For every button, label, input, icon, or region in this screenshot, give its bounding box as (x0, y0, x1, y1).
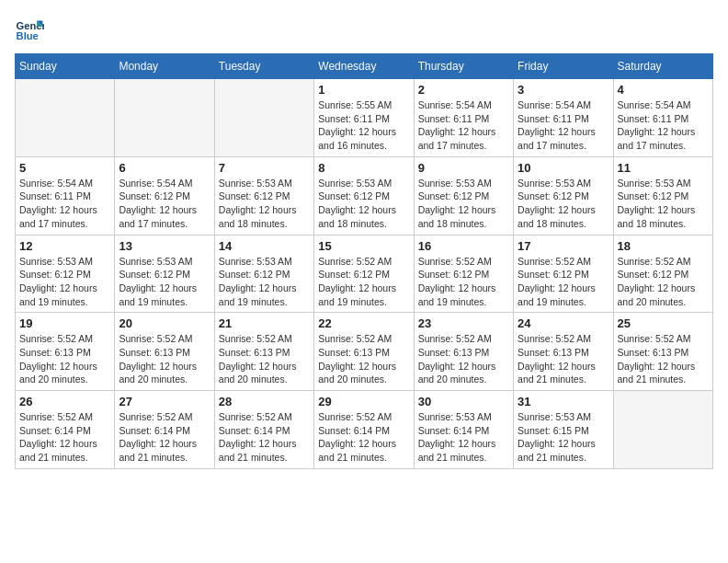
day-info: Sunrise: 5:52 AM Sunset: 6:12 PM Dayligh… (618, 255, 709, 309)
calendar-cell: 21Sunrise: 5:52 AM Sunset: 6:13 PM Dayli… (214, 313, 313, 391)
day-number: 13 (119, 239, 210, 253)
calendar-cell: 23Sunrise: 5:52 AM Sunset: 6:13 PM Dayli… (414, 313, 513, 391)
day-info: Sunrise: 5:52 AM Sunset: 6:13 PM Dayligh… (119, 332, 210, 386)
calendar-week-3: 12Sunrise: 5:53 AM Sunset: 6:12 PM Dayli… (16, 235, 713, 313)
calendar-cell: 29Sunrise: 5:52 AM Sunset: 6:14 PM Dayli… (314, 391, 414, 469)
day-info: Sunrise: 5:53 AM Sunset: 6:14 PM Dayligh… (418, 410, 509, 465)
day-info: Sunrise: 5:55 AM Sunset: 6:11 PM Dayligh… (318, 98, 409, 153)
calendar-cell: 6Sunrise: 5:54 AM Sunset: 6:12 PM Daylig… (115, 156, 214, 235)
day-info: Sunrise: 5:52 AM Sunset: 6:13 PM Dayligh… (518, 332, 609, 386)
calendar-cell: 13Sunrise: 5:53 AM Sunset: 6:12 PM Dayli… (115, 235, 214, 313)
day-info: Sunrise: 5:53 AM Sunset: 6:12 PM Dayligh… (418, 177, 509, 231)
calendar-week-4: 19Sunrise: 5:52 AM Sunset: 6:13 PM Dayli… (16, 313, 713, 391)
calendar-cell: 31Sunrise: 5:53 AM Sunset: 6:15 PM Dayli… (514, 391, 613, 469)
calendar-cell: 28Sunrise: 5:52 AM Sunset: 6:14 PM Dayli… (214, 391, 313, 469)
day-number: 25 (618, 316, 709, 330)
day-info: Sunrise: 5:52 AM Sunset: 6:14 PM Dayligh… (219, 410, 310, 465)
page-header: General Blue (15, 15, 713, 44)
day-number: 6 (119, 161, 210, 175)
weekday-header-thursday: Thursday (414, 54, 513, 79)
weekday-header-tuesday: Tuesday (214, 54, 313, 79)
day-number: 30 (418, 395, 509, 408)
weekday-header-monday: Monday (115, 54, 214, 79)
day-info: Sunrise: 5:52 AM Sunset: 6:12 PM Dayligh… (518, 255, 609, 309)
calendar-cell: 11Sunrise: 5:53 AM Sunset: 6:12 PM Dayli… (613, 156, 712, 235)
calendar-cell: 1Sunrise: 5:55 AM Sunset: 6:11 PM Daylig… (314, 79, 414, 157)
calendar-cell: 15Sunrise: 5:52 AM Sunset: 6:12 PM Dayli… (314, 235, 414, 313)
day-info: Sunrise: 5:52 AM Sunset: 6:13 PM Dayligh… (219, 332, 310, 386)
day-number: 5 (19, 161, 110, 175)
calendar-cell: 25Sunrise: 5:52 AM Sunset: 6:13 PM Dayli… (613, 313, 712, 391)
day-info: Sunrise: 5:52 AM Sunset: 6:13 PM Dayligh… (19, 332, 110, 386)
day-info: Sunrise: 5:54 AM Sunset: 6:11 PM Dayligh… (418, 98, 509, 153)
day-info: Sunrise: 5:52 AM Sunset: 6:14 PM Dayligh… (119, 410, 210, 465)
calendar-cell: 9Sunrise: 5:53 AM Sunset: 6:12 PM Daylig… (414, 156, 513, 235)
day-number: 2 (418, 83, 509, 97)
day-info: Sunrise: 5:53 AM Sunset: 6:12 PM Dayligh… (318, 177, 409, 231)
day-info: Sunrise: 5:52 AM Sunset: 6:12 PM Dayligh… (318, 255, 409, 309)
day-number: 3 (518, 83, 609, 97)
day-info: Sunrise: 5:52 AM Sunset: 6:14 PM Dayligh… (19, 410, 110, 465)
day-info: Sunrise: 5:52 AM Sunset: 6:13 PM Dayligh… (618, 332, 709, 386)
day-info: Sunrise: 5:53 AM Sunset: 6:12 PM Dayligh… (119, 255, 210, 309)
day-number: 11 (618, 161, 709, 175)
day-info: Sunrise: 5:54 AM Sunset: 6:11 PM Dayligh… (518, 98, 609, 153)
day-number: 15 (318, 239, 409, 253)
day-info: Sunrise: 5:54 AM Sunset: 6:11 PM Dayligh… (618, 98, 709, 153)
calendar-cell: 14Sunrise: 5:53 AM Sunset: 6:12 PM Dayli… (214, 235, 313, 313)
calendar-cell: 3Sunrise: 5:54 AM Sunset: 6:11 PM Daylig… (514, 79, 613, 157)
day-number: 29 (318, 395, 409, 408)
weekday-header-wednesday: Wednesday (314, 54, 414, 79)
calendar-cell: 8Sunrise: 5:53 AM Sunset: 6:12 PM Daylig… (314, 156, 414, 235)
calendar-cell (16, 79, 115, 157)
day-info: Sunrise: 5:52 AM Sunset: 6:14 PM Dayligh… (318, 410, 409, 465)
calendar-cell (613, 391, 712, 469)
calendar-table: SundayMondayTuesdayWednesdayThursdayFrid… (15, 53, 713, 469)
calendar-cell: 7Sunrise: 5:53 AM Sunset: 6:12 PM Daylig… (214, 156, 313, 235)
day-number: 19 (19, 316, 110, 330)
day-info: Sunrise: 5:53 AM Sunset: 6:15 PM Dayligh… (518, 410, 609, 465)
calendar-week-1: 1Sunrise: 5:55 AM Sunset: 6:11 PM Daylig… (16, 79, 713, 157)
day-info: Sunrise: 5:53 AM Sunset: 6:12 PM Dayligh… (219, 177, 310, 231)
day-number: 18 (618, 239, 709, 253)
day-number: 21 (219, 316, 310, 330)
calendar-cell: 27Sunrise: 5:52 AM Sunset: 6:14 PM Dayli… (115, 391, 214, 469)
day-info: Sunrise: 5:52 AM Sunset: 6:12 PM Dayligh… (418, 255, 509, 309)
day-number: 7 (219, 161, 310, 175)
day-info: Sunrise: 5:54 AM Sunset: 6:11 PM Dayligh… (19, 177, 110, 231)
calendar-week-2: 5Sunrise: 5:54 AM Sunset: 6:11 PM Daylig… (16, 156, 713, 235)
calendar-cell: 16Sunrise: 5:52 AM Sunset: 6:12 PM Dayli… (414, 235, 513, 313)
calendar-cell: 24Sunrise: 5:52 AM Sunset: 6:13 PM Dayli… (514, 313, 613, 391)
weekday-header-friday: Friday (514, 54, 613, 79)
calendar-cell: 10Sunrise: 5:53 AM Sunset: 6:12 PM Dayli… (514, 156, 613, 235)
day-number: 23 (418, 316, 509, 330)
weekday-header-sunday: Sunday (16, 54, 115, 79)
day-info: Sunrise: 5:53 AM Sunset: 6:12 PM Dayligh… (618, 177, 709, 231)
day-number: 27 (119, 395, 210, 408)
calendar-cell: 22Sunrise: 5:52 AM Sunset: 6:13 PM Dayli… (314, 313, 414, 391)
day-info: Sunrise: 5:54 AM Sunset: 6:12 PM Dayligh… (119, 177, 210, 231)
calendar-cell: 26Sunrise: 5:52 AM Sunset: 6:14 PM Dayli… (16, 391, 115, 469)
day-number: 28 (219, 395, 310, 408)
calendar-cell: 30Sunrise: 5:53 AM Sunset: 6:14 PM Dayli… (414, 391, 513, 469)
day-number: 16 (418, 239, 509, 253)
day-number: 8 (318, 161, 409, 175)
calendar-cell: 2Sunrise: 5:54 AM Sunset: 6:11 PM Daylig… (414, 79, 513, 157)
logo: General Blue (15, 15, 48, 44)
day-number: 24 (518, 316, 609, 330)
day-number: 26 (19, 395, 110, 408)
calendar-cell: 20Sunrise: 5:52 AM Sunset: 6:13 PM Dayli… (115, 313, 214, 391)
weekday-header-saturday: Saturday (613, 54, 712, 79)
day-info: Sunrise: 5:53 AM Sunset: 6:12 PM Dayligh… (518, 177, 609, 231)
calendar-cell: 19Sunrise: 5:52 AM Sunset: 6:13 PM Dayli… (16, 313, 115, 391)
day-number: 9 (418, 161, 509, 175)
day-info: Sunrise: 5:53 AM Sunset: 6:12 PM Dayligh… (219, 255, 310, 309)
day-number: 20 (119, 316, 210, 330)
calendar-cell: 17Sunrise: 5:52 AM Sunset: 6:12 PM Dayli… (514, 235, 613, 313)
day-number: 10 (518, 161, 609, 175)
calendar-cell: 18Sunrise: 5:52 AM Sunset: 6:12 PM Dayli… (613, 235, 712, 313)
day-info: Sunrise: 5:52 AM Sunset: 6:13 PM Dayligh… (318, 332, 409, 386)
calendar-cell (214, 79, 313, 157)
day-number: 14 (219, 239, 310, 253)
day-number: 1 (318, 83, 409, 97)
